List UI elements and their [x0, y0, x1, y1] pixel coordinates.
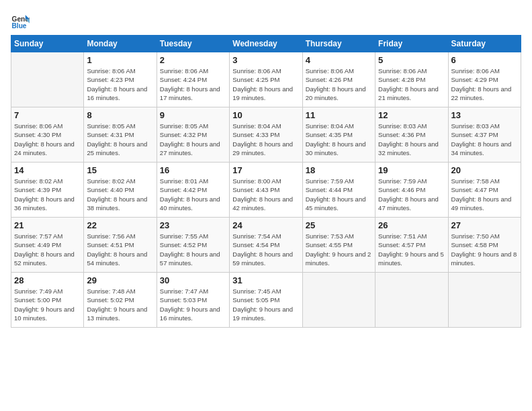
day-info: Sunrise: 8:05 AMSunset: 4:32 PMDaylight:…: [160, 122, 226, 157]
day-info: Sunrise: 7:58 AMSunset: 4:47 PMDaylight:…: [451, 177, 518, 212]
calendar-cell: 10 Sunrise: 8:04 AMSunset: 4:33 PMDaylig…: [230, 107, 302, 163]
day-number: 12: [378, 110, 445, 120]
calendar-cell: [302, 273, 375, 328]
calendar-cell: 27 Sunrise: 7:50 AMSunset: 4:58 PMDaylig…: [448, 218, 521, 273]
day-number: 15: [87, 165, 153, 175]
logo-icon: General Blue: [11, 11, 30, 30]
day-number: 24: [232, 220, 299, 230]
day-info: Sunrise: 7:56 AMSunset: 4:51 PMDaylight:…: [87, 232, 153, 267]
day-number: 6: [451, 55, 518, 65]
day-info: Sunrise: 8:00 AMSunset: 4:43 PMDaylight:…: [232, 177, 299, 212]
calendar-cell: 21 Sunrise: 7:57 AMSunset: 4:49 PMDaylig…: [11, 218, 84, 273]
day-number: 31: [232, 275, 299, 285]
calendar-cell: 24 Sunrise: 7:54 AMSunset: 4:54 PMDaylig…: [230, 218, 302, 273]
day-info: Sunrise: 8:04 AMSunset: 4:33 PMDaylight:…: [232, 122, 299, 157]
logo: General Blue: [11, 11, 30, 30]
calendar-cell: 22 Sunrise: 7:56 AMSunset: 4:51 PMDaylig…: [84, 218, 157, 273]
col-header-saturday: Saturday: [448, 36, 521, 52]
week-row-3: 14 Sunrise: 8:02 AMSunset: 4:39 PMDaylig…: [11, 163, 521, 218]
day-number: 29: [87, 275, 153, 285]
day-number: 19: [378, 165, 445, 175]
col-header-sunday: Sunday: [11, 36, 84, 52]
day-number: 21: [14, 220, 81, 230]
day-info: Sunrise: 7:53 AMSunset: 4:55 PMDaylight:…: [306, 232, 372, 267]
day-info: Sunrise: 7:55 AMSunset: 4:52 PMDaylight:…: [160, 232, 226, 267]
day-number: 1: [87, 55, 153, 65]
calendar-cell: 13 Sunrise: 8:03 AMSunset: 4:37 PMDaylig…: [448, 107, 521, 163]
calendar-table: SundayMondayTuesdayWednesdayThursdayFrid…: [11, 35, 521, 328]
day-number: 2: [160, 55, 226, 65]
col-header-wednesday: Wednesday: [230, 36, 302, 52]
day-number: 10: [232, 110, 299, 120]
day-number: 16: [160, 165, 226, 175]
calendar-cell: 8 Sunrise: 8:05 AMSunset: 4:31 PMDayligh…: [84, 107, 157, 163]
day-number: 13: [451, 110, 518, 120]
day-info: Sunrise: 8:06 AMSunset: 4:26 PMDaylight:…: [306, 66, 372, 102]
calendar-cell: 11 Sunrise: 8:04 AMSunset: 4:35 PMDaylig…: [302, 107, 375, 163]
calendar-cell: 31 Sunrise: 7:45 AMSunset: 5:05 PMDaylig…: [230, 273, 302, 328]
calendar-cell: 5 Sunrise: 8:06 AMSunset: 4:28 PMDayligh…: [375, 52, 448, 107]
calendar-cell: 25 Sunrise: 7:53 AMSunset: 4:55 PMDaylig…: [302, 218, 375, 273]
calendar-cell: 15 Sunrise: 8:02 AMSunset: 4:40 PMDaylig…: [84, 163, 157, 218]
calendar-cell: 30 Sunrise: 7:47 AMSunset: 5:03 PMDaylig…: [157, 273, 229, 328]
calendar-cell: 18 Sunrise: 7:59 AMSunset: 4:44 PMDaylig…: [302, 163, 375, 218]
day-info: Sunrise: 7:49 AMSunset: 5:00 PMDaylight:…: [14, 287, 81, 322]
day-info: Sunrise: 7:51 AMSunset: 4:57 PMDaylight:…: [378, 232, 445, 267]
day-info: Sunrise: 7:50 AMSunset: 4:58 PMDaylight:…: [451, 232, 518, 267]
day-info: Sunrise: 8:06 AMSunset: 4:30 PMDaylight:…: [14, 122, 81, 157]
calendar-cell: 9 Sunrise: 8:05 AMSunset: 4:32 PMDayligh…: [157, 107, 229, 163]
week-row-1: 1 Sunrise: 8:06 AMSunset: 4:23 PMDayligh…: [11, 52, 521, 107]
day-number: 26: [378, 220, 445, 230]
calendar-cell: [375, 273, 448, 328]
day-info: Sunrise: 8:02 AMSunset: 4:40 PMDaylight:…: [87, 177, 153, 212]
calendar-cell: 20 Sunrise: 7:58 AMSunset: 4:47 PMDaylig…: [448, 163, 521, 218]
day-number: 3: [232, 55, 299, 65]
day-info: Sunrise: 8:01 AMSunset: 4:42 PMDaylight:…: [160, 177, 226, 212]
calendar-cell: 1 Sunrise: 8:06 AMSunset: 4:23 PMDayligh…: [84, 52, 157, 107]
calendar-cell: 28 Sunrise: 7:49 AMSunset: 5:00 PMDaylig…: [11, 273, 84, 328]
day-number: 11: [306, 110, 372, 120]
day-number: 9: [160, 110, 226, 120]
col-header-monday: Monday: [84, 36, 157, 52]
day-info: Sunrise: 7:59 AMSunset: 4:46 PMDaylight:…: [378, 177, 445, 212]
col-header-friday: Friday: [375, 36, 448, 52]
day-info: Sunrise: 8:06 AMSunset: 4:23 PMDaylight:…: [87, 66, 153, 102]
col-header-thursday: Thursday: [302, 36, 375, 52]
svg-text:Blue: Blue: [12, 22, 27, 30]
day-info: Sunrise: 7:47 AMSunset: 5:03 PMDaylight:…: [160, 287, 226, 322]
calendar-cell: 2 Sunrise: 8:06 AMSunset: 4:24 PMDayligh…: [157, 52, 229, 107]
day-number: 17: [232, 165, 299, 175]
day-info: Sunrise: 8:04 AMSunset: 4:35 PMDaylight:…: [306, 122, 372, 157]
calendar-cell: 3 Sunrise: 8:06 AMSunset: 4:25 PMDayligh…: [230, 52, 302, 107]
calendar-cell: 4 Sunrise: 8:06 AMSunset: 4:26 PMDayligh…: [302, 52, 375, 107]
day-info: Sunrise: 8:05 AMSunset: 4:31 PMDaylight:…: [87, 122, 153, 157]
day-number: 14: [14, 165, 81, 175]
day-info: Sunrise: 7:54 AMSunset: 4:54 PMDaylight:…: [232, 232, 299, 267]
calendar-cell: [448, 273, 521, 328]
day-info: Sunrise: 7:59 AMSunset: 4:44 PMDaylight:…: [306, 177, 372, 212]
day-number: 20: [451, 165, 518, 175]
day-number: 22: [87, 220, 153, 230]
day-number: 5: [378, 55, 445, 65]
calendar-cell: 14 Sunrise: 8:02 AMSunset: 4:39 PMDaylig…: [11, 163, 84, 218]
day-info: Sunrise: 8:03 AMSunset: 4:36 PMDaylight:…: [378, 122, 445, 157]
week-row-5: 28 Sunrise: 7:49 AMSunset: 5:00 PMDaylig…: [11, 273, 521, 328]
day-info: Sunrise: 8:02 AMSunset: 4:39 PMDaylight:…: [14, 177, 81, 212]
day-number: 28: [14, 275, 81, 285]
day-info: Sunrise: 7:45 AMSunset: 5:05 PMDaylight:…: [232, 287, 299, 322]
calendar-cell: 7 Sunrise: 8:06 AMSunset: 4:30 PMDayligh…: [11, 107, 84, 163]
day-info: Sunrise: 8:03 AMSunset: 4:37 PMDaylight:…: [451, 122, 518, 157]
day-number: 8: [87, 110, 153, 120]
col-header-tuesday: Tuesday: [157, 36, 229, 52]
day-info: Sunrise: 7:57 AMSunset: 4:49 PMDaylight:…: [14, 232, 81, 267]
day-number: 7: [14, 110, 81, 120]
calendar-cell: 29 Sunrise: 7:48 AMSunset: 5:02 PMDaylig…: [84, 273, 157, 328]
calendar-cell: 23 Sunrise: 7:55 AMSunset: 4:52 PMDaylig…: [157, 218, 229, 273]
week-row-4: 21 Sunrise: 7:57 AMSunset: 4:49 PMDaylig…: [11, 218, 521, 273]
day-info: Sunrise: 8:06 AMSunset: 4:29 PMDaylight:…: [451, 66, 518, 102]
day-info: Sunrise: 7:48 AMSunset: 5:02 PMDaylight:…: [87, 287, 153, 322]
day-number: 25: [306, 220, 372, 230]
day-info: Sunrise: 8:06 AMSunset: 4:24 PMDaylight:…: [160, 66, 226, 102]
day-number: 18: [306, 165, 372, 175]
day-number: 4: [306, 55, 372, 65]
